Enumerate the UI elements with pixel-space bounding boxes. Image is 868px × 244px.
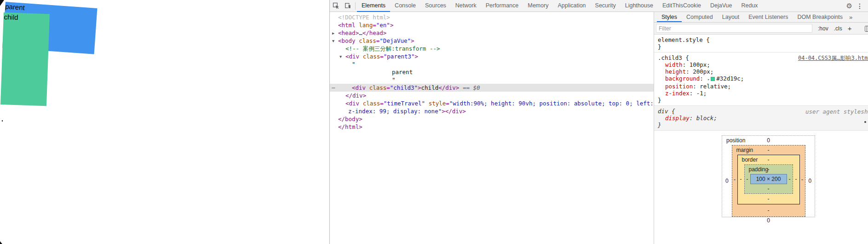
css-property[interactable]: height: 200px; — [654, 68, 868, 75]
box-model-margin[interactable]: margin - - border - - — [732, 145, 805, 217]
margin-right-value[interactable]: - — [800, 176, 805, 183]
element-style-selector[interactable]: element.style { — [654, 36, 868, 43]
css-property-value[interactable]: block — [696, 115, 714, 122]
device-toolbar-icon[interactable] — [342, 0, 354, 12]
dom-tree-row[interactable]: </div> — [330, 92, 654, 99]
tab-network[interactable]: Network — [451, 0, 481, 12]
box-model-position[interactable]: position 0 0 margin - - — [722, 135, 815, 217]
css-property-value[interactable]: 200px — [693, 68, 710, 75]
css-property-value[interactable]: -1 — [696, 90, 703, 97]
border-bottom-value[interactable]: - — [738, 194, 799, 204]
tab-memory[interactable]: Memory — [523, 0, 553, 12]
sidebar-tab-dom-breakpoints[interactable]: DOM Breakpoints — [793, 12, 847, 22]
sidebar-tab-styles[interactable]: Styles — [657, 12, 682, 22]
expand-caret-icon[interactable]: ▸ — [707, 77, 710, 81]
sidebar-tab-computed[interactable]: Computed — [682, 12, 718, 22]
sidebar-tab-layout[interactable]: Layout — [718, 12, 744, 22]
position-left-value[interactable]: 0 — [722, 178, 732, 184]
dom-tree-row[interactable]: ▼<div class="parent3"> — [330, 52, 654, 60]
dom-tree-row[interactable]: </body> — [330, 115, 654, 123]
code-token: " — [392, 76, 396, 83]
css-property-name[interactable]: display — [665, 115, 690, 122]
dom-tree-row[interactable]: parent — [330, 68, 654, 76]
css-property-name[interactable]: z-index — [665, 90, 690, 97]
css-property[interactable]: display: block; — [654, 115, 868, 122]
dom-tree-row[interactable]: ▼<body class="DejaVue"> — [330, 37, 654, 45]
css-property-value[interactable]: 100px — [690, 61, 707, 68]
code-token: "timeTravel" — [384, 100, 425, 107]
tab-sources[interactable]: Sources — [420, 0, 451, 12]
settings-gear-icon[interactable]: ⚙ — [846, 2, 852, 9]
code-token: = — [446, 100, 449, 107]
margin-left-value[interactable]: - — [732, 176, 737, 183]
tab-dejavue[interactable]: DejaVue — [706, 0, 737, 12]
styles-filter-input[interactable] — [656, 24, 812, 33]
css-property[interactable]: z-index: -1; — [654, 90, 868, 97]
css-property[interactable]: position: relative; — [654, 83, 868, 90]
rule-element-style[interactable]: element.style { } — [654, 35, 868, 52]
css-property-name[interactable]: height — [665, 68, 686, 75]
css-property-value[interactable]: relative — [700, 83, 727, 90]
more-tabs-icon[interactable]: » — [847, 14, 854, 21]
dom-tree-row[interactable]: <!-- 案例三分解:transform --> — [330, 45, 654, 52]
dom-tree-row[interactable]: <html lang="en"> — [330, 21, 654, 29]
styles-sidebar-tabs: StylesComputedLayoutEvent ListenersDOM B… — [654, 12, 868, 23]
border-right-value[interactable]: - — [793, 176, 799, 182]
dom-tree-row[interactable]: " — [330, 76, 654, 84]
position-bottom-value[interactable]: 0 — [722, 217, 815, 224]
tab-elements[interactable]: Elements — [357, 0, 390, 12]
scrollbar-thumb[interactable] — [864, 121, 866, 123]
dom-tree-row[interactable]: <!DOCTYPE html> — [330, 13, 654, 21]
dom-tree-row[interactable]: z-index: 99; display: none"></div> — [330, 107, 654, 115]
code-token: "DejaVue" — [379, 37, 411, 44]
rule-child3[interactable]: 04-04.CSS3属…影响3.html: .child3 { width: 1… — [654, 52, 868, 106]
color-swatch[interactable] — [711, 77, 715, 81]
stylesheet-source-link[interactable]: 04-04.CSS3属…影响3.html: — [798, 55, 868, 62]
inspect-element-icon[interactable] — [330, 0, 342, 12]
disclosure-arrow-icon[interactable]: ▼ — [339, 53, 342, 61]
tab-security[interactable]: Security — [591, 0, 621, 12]
border-left-value[interactable]: - — [738, 176, 744, 182]
tab-application[interactable]: Application — [553, 0, 590, 12]
padding-left-value[interactable]: - — [745, 176, 750, 182]
dom-tree-row[interactable]: </html> — [330, 123, 654, 131]
margin-bottom-value[interactable]: - — [732, 204, 805, 216]
code-token: class — [363, 100, 380, 107]
position-right-value[interactable]: 0 — [805, 178, 815, 184]
code-token: <!-- 案例三分解:transform --> — [345, 45, 440, 52]
padding-bottom-value[interactable]: - — [745, 184, 793, 193]
dom-tree-row[interactable]: " — [330, 60, 654, 68]
code-token: </html> — [338, 123, 362, 130]
dom-tree-row[interactable]: ▶<head>…</head> — [330, 29, 654, 37]
css-property-name[interactable]: background — [665, 75, 700, 82]
styles-sidebar: StylesComputedLayoutEvent ListenersDOM B… — [654, 12, 868, 244]
padding-right-value[interactable]: - — [787, 176, 793, 182]
sidebar-tab-event-listeners[interactable]: Event Listeners — [744, 12, 793, 22]
more-options-kebab-icon[interactable]: ⋮ — [855, 3, 864, 9]
tab-lighthouse[interactable]: Lighthouse — [621, 0, 658, 12]
new-style-rule-button[interactable]: + — [848, 24, 852, 32]
css-property-name[interactable]: position — [665, 83, 693, 90]
code-token: z-index: 99; display: none" — [348, 108, 442, 115]
box-model-content[interactable]: 100 × 200 — [750, 174, 787, 184]
css-property[interactable]: background: ▸#32d19c; — [654, 75, 868, 83]
dom-tree-row[interactable]: ⋯<div class="child3">child</div> == $0 — [330, 84, 654, 92]
css-property-name[interactable]: width — [665, 61, 683, 68]
tab-performance[interactable]: Performance — [481, 0, 523, 12]
box-model-border[interactable]: border - - padding - — [737, 155, 800, 204]
sidebar-panel-icon[interactable] — [865, 26, 868, 32]
class-toggle[interactable]: .cls — [834, 25, 842, 32]
dom-tree-row[interactable]: <div class="timeTravel" style="width:90%… — [330, 99, 654, 107]
tab-redux[interactable]: Redux — [736, 0, 762, 12]
disclosure-arrow-icon[interactable]: ▶ — [332, 29, 334, 37]
css-property[interactable]: width: 100px; — [654, 61, 868, 68]
css-property-value[interactable]: #32d19c — [716, 75, 741, 82]
tab-console[interactable]: Console — [390, 0, 420, 12]
disclosure-arrow-icon[interactable]: ▼ — [332, 37, 334, 45]
toolbar-divider — [355, 2, 356, 10]
hover-state-toggle[interactable]: :hov — [818, 25, 828, 32]
tab-editthiscookie[interactable]: EditThisCookie — [658, 0, 706, 12]
row-gutter-dots: ⋯ — [332, 84, 336, 92]
code-token: class — [363, 53, 380, 60]
box-model-padding[interactable]: padding - - 100 × 200 - - — [744, 164, 793, 194]
